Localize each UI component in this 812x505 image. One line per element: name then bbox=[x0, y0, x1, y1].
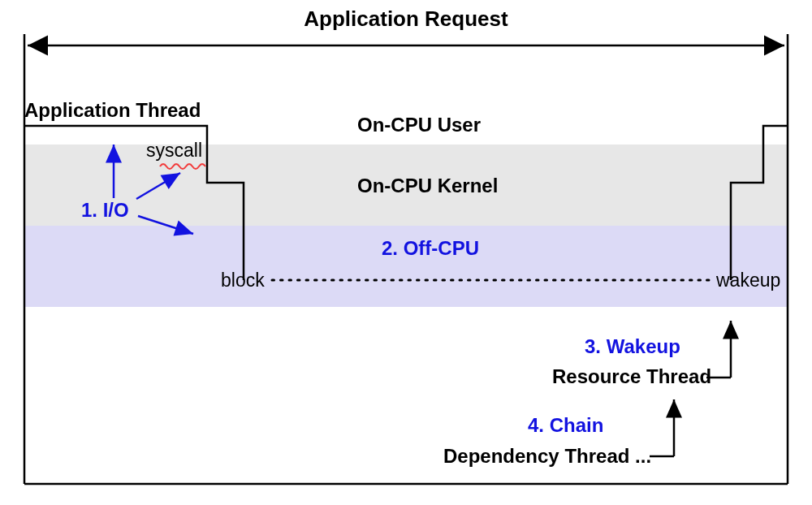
chain-label: 4. Chain bbox=[528, 414, 603, 437]
dependency-thread-label: Dependency Thread ... bbox=[443, 445, 651, 468]
chain-arrow-svg bbox=[0, 0, 812, 505]
diagram-stage: Application Request Application Thread s… bbox=[0, 0, 812, 505]
